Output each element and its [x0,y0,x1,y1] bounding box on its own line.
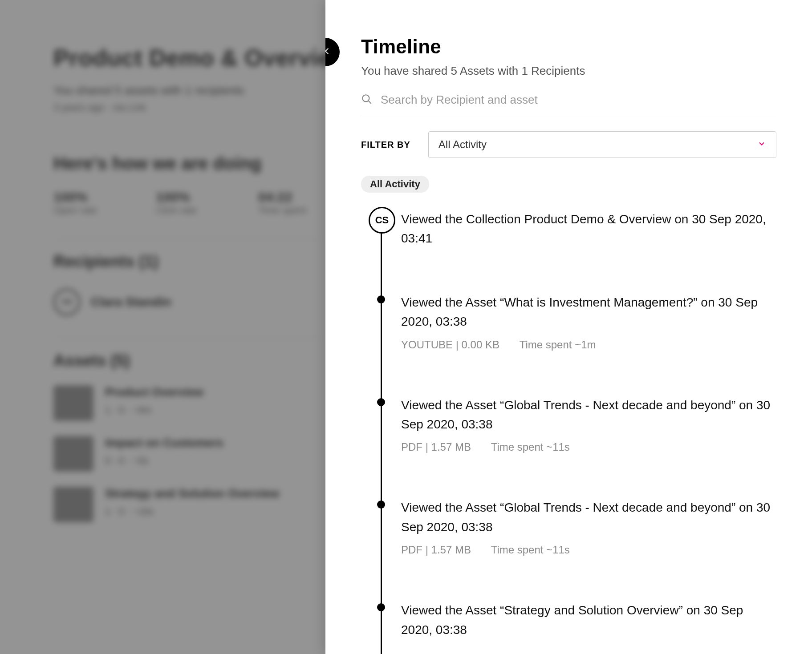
timeline-meta-time: Time spent ~1m [520,339,596,351]
timeline-meta: PDF | 1.57 MB Time spent ~11s [401,441,776,453]
asset-thumbnail [53,487,93,522]
asset-name: Product Overview [105,385,203,399]
timeline-meta-file: YOUTUBE | 0.00 KB [401,339,499,351]
timeline-meta-time: Time spent ~11s [491,441,570,453]
filter-by-label: FILTER BY [361,140,410,150]
timeline-dot-icon [377,603,385,611]
timeline-meta-file: PDF | 1.57 MB [401,544,471,556]
filter-chip[interactable]: All Activity [361,176,429,193]
avatar: CS [53,289,80,315]
filter-selected-value: All Activity [438,138,487,151]
timeline-meta-file: PDF | 1.57 MB [401,441,471,453]
panel-subtitle: You have shared 5 Assets with 1 Recipien… [361,64,776,78]
stat-label: Click rate [156,205,236,216]
timeline-panel: Timeline You have shared 5 Assets with 1… [325,0,812,654]
timeline-meta: PDF | 1.57 MB Time spent ~11s [401,544,776,556]
timeline-dot-icon [377,295,385,303]
search-row [361,93,776,115]
timeline-text: Viewed the Asset “Strategy and Solution … [401,601,776,639]
search-icon [361,93,373,107]
timeline-entry: Viewed the Asset “Global Trends - Next d… [401,498,776,556]
timeline-entry: Viewed the Asset “Strategy and Solution … [401,601,776,639]
timeline-dot-icon [377,398,385,406]
filter-row: FILTER BY All Activity [361,131,776,158]
timeline-text: Viewed the Asset “What is Investment Man… [401,293,776,331]
timeline-entry: Viewed the Asset “Global Trends - Next d… [401,396,776,454]
asset-thumbnail [53,436,93,472]
close-button[interactable] [325,38,340,66]
panel-title: Timeline [361,36,776,58]
timeline-list: CS Viewed the Collection Product Demo & … [361,210,776,639]
svg-point-0 [362,95,369,101]
recipient-name: Clara Standin [91,295,171,309]
stat-value: 100% [156,190,236,205]
timeline-meta: YOUTUBE | 0.00 KB Time spent ~1m [401,339,776,351]
timeline-entry: Viewed the Asset “What is Investment Man… [401,293,776,351]
timeline-text: Viewed the Asset “Global Trends - Next d… [401,498,776,537]
timeline-text: Viewed the Asset “Global Trends - Next d… [401,396,776,434]
stat-value: 100% [53,190,134,205]
search-input[interactable] [381,93,776,107]
asset-thumbnail [53,385,93,421]
timeline-meta-time: Time spent ~11s [491,544,570,556]
timeline-dot-icon [377,501,385,509]
asset-name: Strategy and Solution Overview [105,487,280,501]
timeline-text: Viewed the Collection Product Demo & Ove… [401,210,776,248]
timeline-avatar: CS [369,207,395,234]
asset-meta: 0 · 0 · ~0s [105,455,223,467]
close-icon [325,45,330,59]
stat-label: Open rate [53,205,134,216]
filter-select[interactable]: All Activity [428,131,776,158]
asset-meta: 1 · 0 · ~16s [105,506,280,517]
timeline-entry: CS Viewed the Collection Product Demo & … [401,210,776,248]
asset-meta: 1 · 0 · ~6m [105,404,203,416]
chevron-down-icon [757,138,766,151]
asset-name: Impact on Customers [105,436,223,450]
